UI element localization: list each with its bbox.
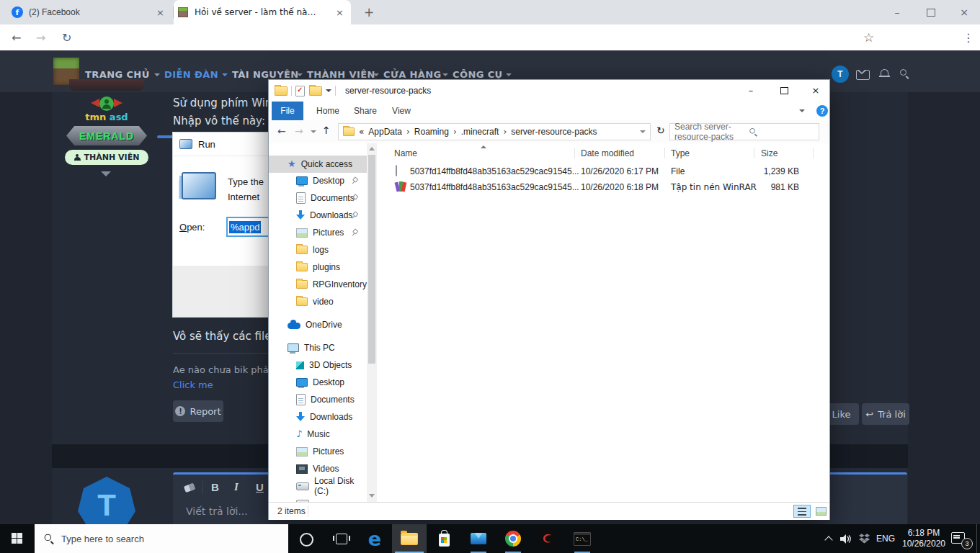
sidebar-scrollbar[interactable]: [367, 143, 377, 502]
sidebar-item-downloads-pc[interactable]: Downloads: [269, 408, 367, 426]
sidebar-item-onedrive[interactable]: OneDrive: [269, 316, 367, 333]
start-button[interactable]: [0, 524, 35, 553]
breadcrumb-appdata[interactable]: AppData: [368, 127, 402, 137]
thumbnail-view-button[interactable]: [812, 505, 829, 518]
file-row[interactable]: 5037fd14ffb8fd48ab35163ac529cac91545... …: [269, 163, 829, 179]
nav-forward-icon[interactable]: →: [295, 125, 303, 137]
sidebar-item-pictures[interactable]: Pictures: [269, 224, 367, 241]
taskbar-file-explorer-active[interactable]: [392, 524, 427, 553]
taskbar-garena[interactable]: [530, 524, 565, 553]
ribbon-tab-home[interactable]: Home: [313, 102, 342, 120]
file-name[interactable]: 5037fd14ffb8fd48ab35163ac529cac91545...: [410, 182, 579, 192]
tray-expand-chevron-icon[interactable]: [824, 536, 832, 544]
report-button[interactable]: ! Report: [173, 400, 223, 422]
nav-item-shop[interactable]: CỬA HÀNG: [383, 69, 442, 80]
explorer-search-box[interactable]: Search server-resource-packs: [669, 123, 819, 140]
show-desktop-button[interactable]: [976, 524, 980, 553]
explorer-minimize-button[interactable]: –: [734, 80, 767, 101]
nav-item-resources[interactable]: TÀI NGUYÊN: [232, 69, 299, 80]
nav-item-home[interactable]: TRANG CHỦ: [85, 69, 150, 80]
ribbon-tab-view[interactable]: View: [387, 102, 416, 120]
nav-up-icon[interactable]: ↑: [322, 125, 331, 136]
forward-icon[interactable]: →: [36, 31, 45, 45]
bold-button[interactable]: B: [211, 481, 219, 493]
sidebar-item-downloads[interactable]: Downloads: [269, 207, 367, 224]
taskbar-mail[interactable]: [461, 524, 496, 553]
scroll-down-icon[interactable]: [369, 494, 375, 498]
expand-chevron-icon[interactable]: [101, 171, 111, 176]
refresh-icon[interactable]: ↻: [656, 125, 665, 136]
taskbar-edge[interactable]: e: [357, 524, 392, 553]
window-restore-button[interactable]: [917, 0, 945, 24]
column-separator[interactable]: [574, 148, 575, 158]
sidebar-item-logs[interactable]: logs: [269, 241, 367, 258]
notifications-bell-icon[interactable]: [880, 69, 889, 78]
nav-item-members[interactable]: THÀNH VIÊN: [307, 69, 375, 80]
language-indicator[interactable]: ENG: [876, 534, 895, 544]
properties-icon[interactable]: [295, 86, 305, 96]
menu-dots-icon[interactable]: ⋮: [963, 31, 974, 45]
sidebar-item-desktop-pc[interactable]: Desktop: [269, 374, 367, 391]
reply-placeholder[interactable]: Viết trả lời...: [186, 505, 248, 517]
tab-active[interactable]: Hỏi về server - làm thế nào lấy rs ×: [174, 0, 351, 24]
sidebar-item-plugins[interactable]: plugins: [269, 258, 367, 276]
new-folder-icon[interactable]: [309, 86, 322, 96]
volume-icon[interactable]: [840, 534, 851, 544]
tab-facebook[interactable]: f (2) Facebook ×: [6, 0, 172, 24]
ribbon-tab-file[interactable]: File: [272, 102, 303, 120]
click-me-link[interactable]: Click me: [173, 379, 213, 390]
nav-back-icon[interactable]: ←: [277, 125, 286, 137]
file-row[interactable]: 5037fd14ffb8fd48ab35163ac529cac91545... …: [269, 179, 829, 195]
address-dropdown-chevron-icon[interactable]: [640, 130, 646, 133]
column-header-date[interactable]: Date modified: [581, 148, 634, 158]
file-name[interactable]: 5037fd14ffb8fd48ab35163ac529cac91545...: [410, 166, 579, 176]
sidebar-item-documents-pc[interactable]: Documents: [269, 391, 367, 408]
user-avatar-mini[interactable]: T: [832, 66, 849, 83]
column-header-name[interactable]: Name: [394, 148, 417, 158]
taskbar-clock[interactable]: 6:18 PM 10/26/2020: [898, 528, 950, 549]
notification-badge[interactable]: 3: [961, 538, 973, 549]
nav-item-forum[interactable]: DIỄN ĐÀN: [164, 69, 218, 80]
tab-close-icon[interactable]: ×: [149, 7, 172, 18]
new-tab-button[interactable]: +: [360, 4, 378, 21]
poster-username[interactable]: tmn asd: [52, 112, 161, 122]
sidebar-item-pictures-pc[interactable]: Pictures: [269, 443, 367, 460]
cortana-icon[interactable]: [300, 533, 313, 547]
sidebar-item-video[interactable]: video: [269, 293, 367, 310]
reply-button[interactable]: ↩ Trả lời: [862, 403, 909, 425]
taskbar-store[interactable]: [427, 524, 461, 553]
window-close-button[interactable]: ×: [950, 0, 979, 24]
taskbar-terminal[interactable]: [565, 524, 600, 553]
explorer-maximize-button[interactable]: [767, 80, 801, 101]
bookmark-star-icon[interactable]: ☆: [863, 30, 874, 45]
column-separator[interactable]: [813, 148, 814, 158]
sidebar-item-videos[interactable]: Videos: [269, 460, 367, 477]
sidebar-item-this-pc[interactable]: This PC: [269, 339, 367, 356]
ribbon-expand-chevron-icon[interactable]: [799, 109, 805, 112]
sidebar-item-rpginventory[interactable]: RPGInventory: [269, 276, 367, 293]
column-header-type[interactable]: Type: [671, 148, 690, 158]
nav-item-tools[interactable]: CÔNG CỤ: [453, 69, 503, 80]
breadcrumb-roaming[interactable]: Roaming: [414, 127, 449, 137]
italic-button[interactable]: I: [234, 481, 239, 493]
back-icon[interactable]: ←: [12, 31, 21, 45]
ribbon-tab-share[interactable]: Share: [351, 102, 380, 120]
details-view-button[interactable]: [793, 505, 811, 518]
column-header-size[interactable]: Size: [761, 148, 778, 158]
sidebar-item-local-disk-c[interactable]: Local Disk (C:): [269, 477, 367, 495]
window-minimize-button[interactable]: –: [883, 0, 912, 24]
column-separator[interactable]: [664, 148, 665, 158]
taskbar-chrome[interactable]: [496, 524, 530, 553]
sidebar-item-music[interactable]: ♪Music: [269, 426, 367, 443]
breadcrumb-minecraft[interactable]: .minecraft: [461, 127, 499, 137]
reload-icon[interactable]: ↻: [62, 31, 71, 45]
underline-button[interactable]: U: [256, 481, 264, 493]
scroll-up-icon[interactable]: [369, 147, 375, 150]
task-view-icon[interactable]: [336, 534, 347, 544]
tab-close-icon[interactable]: ×: [329, 7, 351, 18]
qat-customize-chevron-icon[interactable]: [326, 89, 331, 92]
explorer-close-button[interactable]: ×: [801, 80, 831, 101]
dropbox-icon[interactable]: [859, 534, 870, 544]
sidebar-item-drive-partial[interactable]: [269, 495, 367, 502]
sidebar-item-3d-objects[interactable]: 3D Objects: [269, 356, 367, 374]
